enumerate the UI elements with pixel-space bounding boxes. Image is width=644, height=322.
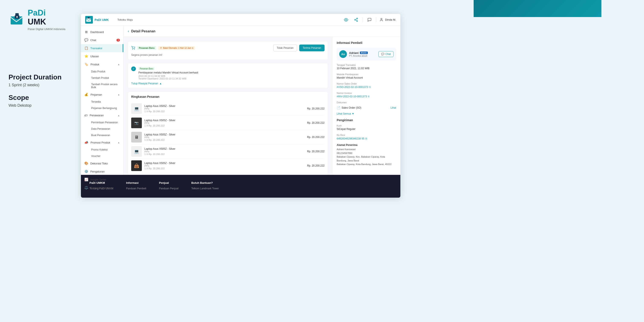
product-info-1: Laptop Asus X505Z - Silver PPN 1 X Rp. 2… <box>144 104 304 113</box>
sidebar-item-chat[interactable]: 💬 Chat 9 <box>81 36 123 44</box>
sidebar-item-tambah-produk[interactable]: Tambah Produk <box>88 75 123 81</box>
product-name-2: Laptop Asus X505Z - Silver <box>144 119 304 122</box>
timeline-check-icon: ✓ <box>131 66 136 71</box>
produk-chevron: ▲ <box>118 63 120 66</box>
footer-info-item-1[interactable]: Panduan Pembeli <box>126 187 146 190</box>
sidebar-item-buat-penawaran[interactable]: Buat Penawaran <box>88 132 123 138</box>
sidebar-item-pinjaman-berlangsung[interactable]: Pinjaman Berlangsung <box>88 105 123 112</box>
eye-icon[interactable] <box>343 16 350 23</box>
product-ppn-2: PPN <box>144 122 304 124</box>
accept-button[interactable]: Terima Pesanan <box>299 44 324 51</box>
doc-view-btn[interactable]: Lihat <box>390 106 396 109</box>
buyer-details: Adriani Bisnis PT. Arunika abadi <box>349 51 376 57</box>
project-info: Project Duration 1 Sprint (2 weeks) Scop… <box>8 73 81 108</box>
doc-item-so: 📄 Sales Order (SO) Lihat <box>337 104 396 111</box>
copy-inv-icon[interactable]: ⎘ <box>368 95 370 98</box>
see-all-docs[interactable]: Lihat Semua ▼ <box>337 112 396 115</box>
order-status-left: Pesanan Baru ⏱ Batal Otomatis: 1 Hari 12… <box>131 46 195 50</box>
reject-button[interactable]: Tolak Pesanan <box>273 44 297 51</box>
product-item-5: 👜 Laptop Asus X505Z - Silver PPN 1 X Rp.… <box>131 159 324 173</box>
product-img-4: 💻 <box>131 146 142 157</box>
svg-rect-7 <box>86 18 91 22</box>
sidebar-item-pengaturan[interactable]: ⚙️ Pengaturan <box>81 168 123 176</box>
product-ppn-1: PPN <box>144 108 304 110</box>
product-price-1: Rp. 20.200.222 <box>307 107 324 110</box>
footer-help-item-1[interactable]: Telkom Landmark Tower <box>191 187 219 190</box>
transaction-date-section: Tanggal Transaksi 10 Februari 2022, 11:0… <box>337 64 396 70</box>
sidebar-item-promo-koleksi[interactable]: Promo Koleksi <box>88 146 123 153</box>
sidebar-item-insight[interactable]: 📈 Insight Seller <box>81 176 123 184</box>
sidebar-item-tambah-bulk[interactable]: Tambah Produk secara Bulk <box>88 81 123 90</box>
timeline-content: Pesanan Baru Pembayaran melalui Mandiri … <box>138 66 324 80</box>
product-img-5: 👜 <box>131 160 142 171</box>
sidebar-item-pinjaman[interactable]: 💰 Pinjaman ▲ <box>81 90 123 98</box>
transaksi-icon: 📋 <box>84 46 88 50</box>
content-area: ‹ Detail Pesanan Pesa <box>124 26 400 175</box>
pinjaman-icon: 💰 <box>84 93 88 96</box>
footer-seller-item-1[interactable]: Panduan Penjual <box>159 187 178 190</box>
no-resi-label: No Resi <box>337 134 396 136</box>
payment-method-label: Metode Pembayaran <box>337 73 396 76</box>
topbar-brand: PaDi UMK <box>94 18 109 22</box>
no-resi-number: 64928346298346238 95 <box>337 137 364 140</box>
chat-buyer-button[interactable]: 💬 Chat <box>378 51 394 57</box>
svg-point-9 <box>88 18 89 19</box>
summary-title: Ringkasan Pesanan <box>131 95 324 98</box>
sidebar-item-data-produk[interactable]: Data Produk <box>88 68 123 75</box>
back-button[interactable]: ‹ <box>128 29 129 34</box>
sales-order-link[interactable]: #VSO-2022-02-10-0001373 ⎘ <box>337 86 396 88</box>
promosi-icon: 📣 <box>84 140 88 144</box>
product-item-1: 💻 Laptop Asus X505Z - Silver PPN 1 X Rp.… <box>131 102 324 116</box>
pengaturan-icon: ⚙️ <box>84 170 88 173</box>
timeline-toggle[interactable]: Tutup Riwayat Pesanan ▲ <box>131 82 324 85</box>
svg-point-16 <box>381 18 382 20</box>
product-info-5: Laptop Asus X505Z - Silver PPN 1 X Rp. 2… <box>144 162 304 170</box>
sidebar: ⊞ Dashboard 💬 Chat 9 📋 Transaksi ⭐ Ulasa… <box>81 26 124 175</box>
user-name: Dinda M. <box>385 18 396 21</box>
sidebar-item-produk[interactable]: 🏷️ Produk ▲ <box>81 60 123 68</box>
footer-seller-title: Penjual <box>159 181 178 184</box>
footer-col-help: Butuh Bantuan? Telkom Landmark Tower <box>191 181 219 191</box>
product-price-5: Rp. 20.200.222 <box>307 164 324 167</box>
topbar-store-name: Tokoku Maju <box>117 18 133 21</box>
order-status-top: Pesanan Baru ⏱ Batal Otomatis: 1 Hari 12… <box>131 44 324 51</box>
sidebar-item-voucher[interactable]: Voucher <box>88 153 123 159</box>
main-layout: ⊞ Dashboard 💬 Chat 9 📋 Transaksi ⭐ Ulasa… <box>81 26 400 175</box>
sidebar-item-dashboard[interactable]: ⊞ Dashboard <box>81 28 123 36</box>
sidebar-item-ulasan[interactable]: ⭐ Ulasan <box>81 52 123 60</box>
sidebar-item-dekorasi[interactable]: 🎨 Dekorasi Toko <box>81 159 123 168</box>
svg-point-13 <box>356 20 358 22</box>
penawaran-submenu: Permintaan Penawaran Data Penawaran Buat… <box>81 119 123 138</box>
copy-so-icon[interactable]: ⎘ <box>369 86 371 88</box>
chat-icon[interactable] <box>366 16 373 23</box>
topbar-user: Dinda M. <box>380 18 396 22</box>
product-ppn-4: PPN <box>144 150 304 153</box>
chevron-up-icon: ▲ <box>159 82 162 85</box>
timer-icon: ⏱ <box>160 47 162 49</box>
sidebar-item-permintaan-penawaran[interactable]: Permintaan Penawaran <box>88 119 123 126</box>
address-text: Adriani Kanisasari 081234567890 Babakan … <box>337 148 396 166</box>
timeline-message: Pembayaran melalui Mandiri Virtual Accou… <box>138 71 324 74</box>
product-qty-2: 1 X Rp. 20.200.222 <box>144 124 304 127</box>
invoice-link[interactable]: #INV-2022-02-10-0001373 ⎘ <box>337 95 396 98</box>
sidebar-item-penawaran[interactable]: 🏷 Penawaran ▲ <box>81 112 123 119</box>
product-ppn-3: PPN <box>144 136 304 139</box>
share-icon[interactable] <box>353 16 360 23</box>
sidebar-item-tersedia[interactable]: Tersedia <box>88 98 123 105</box>
svg-point-12 <box>354 19 356 20</box>
copy-resi-icon[interactable]: ⎘ <box>366 137 367 140</box>
product-qty-1: 1 X Rp. 20.200.222 <box>144 110 304 113</box>
order-sidebar: Informasi Pembeli An Adriani Bisnis PT. … <box>332 37 400 175</box>
topbar-icons: Dinda M. <box>343 16 396 23</box>
sidebar-item-bantuan[interactable]: ⚖️ Bantuan Hukum <box>81 184 123 192</box>
brand-logo: PaDi UMK Pasar Digital UMKM Indonesia <box>8 8 81 31</box>
product-price-3: Rp. 20.200.222 <box>307 136 324 139</box>
sidebar-item-transaksi[interactable]: 📋 Transaksi <box>81 44 123 52</box>
product-info-3: Laptop Asus X505Z - Silver PPN 1 X Rp. 2… <box>144 133 304 141</box>
buyer-name: Adriani Bisnis <box>349 51 376 54</box>
sidebar-item-promosi[interactable]: 📣 Promosi Produk ▲ <box>81 138 123 146</box>
brand-icon <box>8 11 26 28</box>
sidebar-item-data-penawaran[interactable]: Data Penawaran <box>88 126 123 132</box>
order-status-banner: Pesanan Baru ⏱ Batal Otomatis: 1 Hari 12… <box>128 41 328 60</box>
sidebar-label-insight: Insight Seller <box>90 178 106 181</box>
